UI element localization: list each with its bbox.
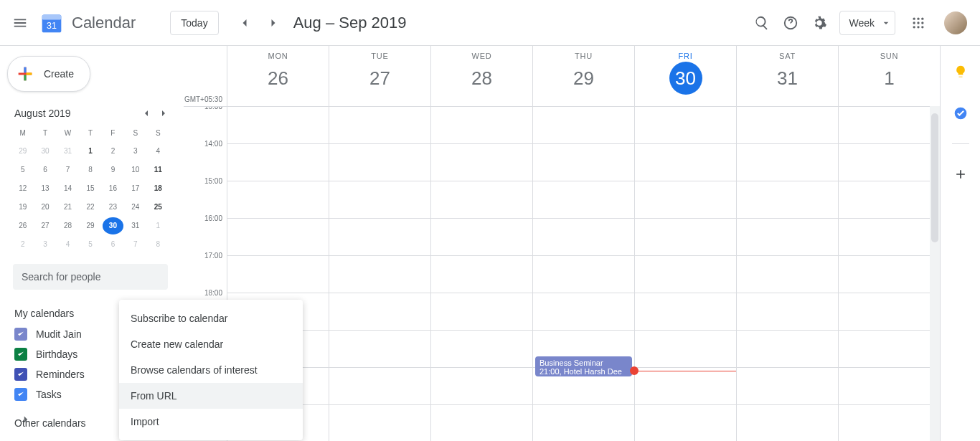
context-menu-item[interactable]: Subscribe to calendar	[119, 305, 303, 331]
svg-point-6	[921, 17, 923, 19]
help-icon[interactable]	[776, 9, 805, 37]
settings-icon[interactable]	[805, 9, 834, 37]
svg-point-7	[913, 22, 915, 24]
time-label: 13:00	[184, 107, 227, 140]
mini-cal-day[interactable]: 17	[125, 180, 146, 197]
date-range: Aug – Sep 2019	[293, 14, 407, 32]
create-button[interactable]: Create	[7, 56, 90, 92]
day-column[interactable]	[329, 107, 430, 441]
mini-cal-day[interactable]: 2	[12, 236, 33, 253]
day-column[interactable]	[838, 107, 940, 441]
add-addon-icon[interactable]	[946, 160, 975, 189]
mini-cal-day[interactable]: 26	[12, 217, 33, 234]
mini-cal-day[interactable]: 8	[80, 161, 100, 179]
mini-cal-day[interactable]: 28	[57, 217, 78, 234]
day-header[interactable]: SUN1	[838, 46, 940, 106]
search-icon[interactable]	[748, 9, 776, 37]
mini-cal-day[interactable]: 10	[125, 161, 146, 179]
calendar-item-label: Reminders	[36, 369, 85, 380]
mini-cal-day[interactable]: 24	[125, 199, 146, 216]
mini-cal-day[interactable]: 21	[57, 199, 78, 216]
checkbox-icon[interactable]	[14, 388, 27, 401]
mini-cal-day[interactable]: 2	[103, 143, 123, 160]
now-indicator	[634, 371, 736, 371]
mini-cal-day[interactable]: 16	[103, 180, 123, 197]
mini-cal-day[interactable]: 13	[34, 180, 55, 197]
mini-cal-day[interactable]: 5	[12, 161, 33, 179]
mini-cal-day[interactable]: 5	[80, 236, 100, 253]
mini-cal-day[interactable]: 31	[57, 143, 78, 160]
svg-point-9	[921, 22, 923, 24]
time-label: 16:00	[184, 214, 227, 252]
mini-cal-day[interactable]: 20	[34, 199, 55, 216]
context-menu-item[interactable]: Import	[119, 409, 303, 435]
day-header[interactable]: MON26	[227, 46, 329, 106]
mini-cal-day[interactable]: 22	[80, 199, 100, 216]
mini-cal-day[interactable]: 29	[80, 217, 100, 234]
day-column[interactable]: Business Seminar21:00, Hotel Harsh Dee	[532, 107, 634, 441]
today-button[interactable]: Today	[170, 11, 218, 35]
checkbox-icon[interactable]	[14, 368, 27, 381]
mini-cal-day[interactable]: 27	[34, 217, 55, 234]
day-column[interactable]	[634, 107, 736, 441]
mini-cal-day[interactable]: 1	[80, 143, 100, 160]
mini-cal-day[interactable]: 7	[57, 161, 78, 179]
svg-rect-1	[42, 14, 62, 19]
checkbox-icon[interactable]	[14, 328, 27, 341]
calendar-item-label: Birthdays	[36, 348, 77, 360]
apps-icon[interactable]	[904, 9, 933, 37]
timezone-label: GMT+05:30	[184, 46, 227, 106]
mini-cal-day[interactable]: 29	[12, 143, 33, 160]
mini-cal-day[interactable]: 8	[148, 236, 169, 253]
svg-point-11	[917, 26, 919, 28]
scrollbar-thumb[interactable]	[931, 113, 938, 242]
calendar-event[interactable]: Business Seminar21:00, Hotel Harsh Dee	[535, 356, 632, 376]
mini-cal-day[interactable]: 3	[34, 236, 55, 253]
chevron-down-icon	[880, 17, 892, 29]
day-header[interactable]: SAT31	[736, 46, 838, 106]
context-menu-item[interactable]: From URL	[119, 383, 303, 409]
mini-cal-next[interactable]	[155, 105, 172, 122]
day-column[interactable]	[430, 107, 532, 441]
mini-cal-day[interactable]: 6	[103, 236, 123, 253]
mini-cal-day[interactable]: 6	[34, 161, 55, 179]
account-avatar[interactable]	[944, 11, 967, 34]
context-menu-item[interactable]: Create new calendar	[119, 331, 303, 357]
mini-cal-day[interactable]: 14	[57, 180, 78, 197]
mini-cal-day[interactable]: 4	[57, 236, 78, 253]
day-header[interactable]: THU29	[532, 46, 634, 106]
mini-cal-day[interactable]: 30	[34, 143, 55, 160]
mini-cal-day[interactable]: 23	[103, 199, 123, 216]
mini-cal-day[interactable]: 25	[148, 199, 169, 216]
mini-cal-day[interactable]: 11	[148, 161, 169, 179]
mini-cal-day[interactable]: 18	[148, 180, 169, 197]
next-week-button[interactable]	[259, 9, 288, 37]
search-people-input[interactable]: Search for people	[13, 264, 168, 290]
day-header[interactable]: TUE27	[329, 46, 430, 106]
day-header[interactable]: FRI30	[634, 46, 736, 106]
mini-cal-day[interactable]: 7	[125, 236, 146, 253]
mini-cal-day[interactable]: 4	[148, 143, 169, 160]
mini-cal-day[interactable]: 31	[125, 217, 146, 234]
tasks-icon[interactable]	[946, 99, 975, 128]
mini-cal-day[interactable]: 12	[12, 180, 33, 197]
mini-calendar[interactable]: MTWTFSS293031123456789101112131415161718…	[6, 125, 175, 254]
mini-cal-day[interactable]: 3	[125, 143, 146, 160]
keep-icon[interactable]	[946, 57, 975, 86]
mini-cal-day[interactable]: 30	[103, 217, 123, 234]
prev-week-button[interactable]	[230, 9, 259, 37]
day-column[interactable]	[736, 107, 838, 441]
svg-text:31: 31	[47, 21, 57, 31]
mini-cal-day[interactable]: 15	[80, 180, 100, 197]
mini-cal-day[interactable]: 19	[12, 199, 33, 216]
mini-cal-day[interactable]: 9	[103, 161, 123, 179]
checkbox-icon[interactable]	[14, 348, 27, 361]
mini-cal-day[interactable]: 1	[148, 217, 169, 234]
day-header[interactable]: WED28	[430, 46, 532, 106]
collapse-panel-icon[interactable]	[11, 405, 40, 434]
view-switch[interactable]: Week	[839, 11, 895, 35]
main-menu-icon[interactable]	[6, 9, 34, 37]
mini-cal-prev[interactable]	[138, 105, 155, 122]
context-menu-item[interactable]: Browse calendars of interest	[119, 357, 303, 383]
scrollbar[interactable]	[930, 106, 940, 441]
